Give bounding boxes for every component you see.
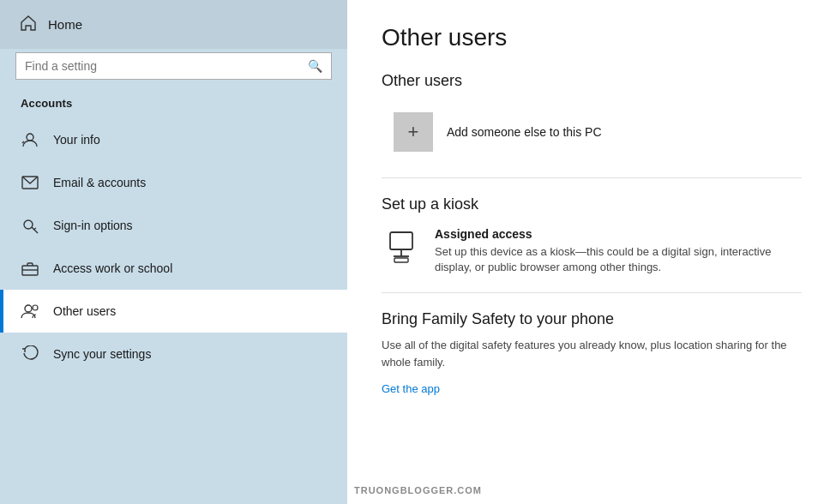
sidebar-section-title: Accounts [0, 92, 347, 118]
search-box[interactable]: 🔍 [15, 52, 332, 80]
sidebar-item-email-label: Email & accounts [53, 176, 146, 189]
main-content: Other users Other users + Add someone el… [347, 0, 836, 504]
add-user-plus-icon: + [394, 112, 433, 152]
svg-line-1 [22, 141, 24, 143]
kiosk-item-title: Assigned access [435, 227, 802, 241]
kiosk-item: Assigned access Set up this device as a … [382, 227, 802, 275]
sidebar: Home 🔍 Accounts Your info [0, 0, 347, 504]
sidebar-item-other-users[interactable]: Other users [0, 290, 347, 333]
svg-point-9 [33, 305, 38, 310]
add-user-button[interactable]: + Add someone else to this PC [382, 104, 614, 160]
add-user-label: Add someone else to this PC [447, 125, 602, 139]
sidebar-item-your-info-label: Your info [53, 133, 100, 147]
home-icon [21, 15, 36, 33]
svg-line-5 [33, 228, 36, 230]
page-title: Other users [382, 24, 802, 51]
sync-icon [21, 345, 39, 363]
sidebar-home-label: Home [48, 17, 82, 32]
svg-point-3 [24, 220, 33, 229]
svg-rect-13 [394, 258, 408, 262]
search-input[interactable] [25, 59, 301, 73]
family-section-title: Bring Family Safety to your phone [382, 310, 802, 328]
sidebar-item-email-accounts[interactable]: Email & accounts [0, 161, 347, 204]
kiosk-item-desc: Set up this device as a kiosk—this could… [435, 244, 802, 275]
svg-point-8 [25, 305, 32, 312]
kiosk-icon [382, 227, 421, 267]
briefcase-icon [21, 259, 39, 278]
get-app-link[interactable]: Get the app [382, 382, 440, 395]
sidebar-item-sync-label: Sync your settings [53, 347, 151, 361]
kiosk-text: Assigned access Set up this device as a … [435, 227, 802, 275]
people-icon [21, 302, 39, 321]
family-desc: Use all of the digital safety features y… [382, 337, 793, 370]
person-icon [21, 130, 39, 149]
sidebar-item-sign-in-label: Sign-in options [53, 219, 133, 232]
divider-1 [382, 177, 802, 178]
divider-2 [382, 292, 802, 293]
svg-line-4 [32, 227, 38, 233]
sidebar-item-access-work-label: Access work or school [53, 261, 172, 275]
sidebar-item-sync[interactable]: Sync your settings [0, 333, 347, 375]
email-icon [21, 173, 39, 192]
sidebar-item-home[interactable]: Home [0, 0, 347, 49]
sidebar-item-other-users-label: Other users [53, 304, 116, 318]
search-icon[interactable]: 🔍 [308, 59, 322, 73]
svg-point-0 [27, 134, 33, 141]
kiosk-section-title: Set up a kiosk [382, 195, 802, 213]
svg-rect-10 [390, 232, 412, 249]
key-icon [21, 216, 39, 235]
other-users-section-title: Other users [382, 72, 802, 90]
sidebar-item-access-work[interactable]: Access work or school [0, 247, 347, 290]
sidebar-item-your-info[interactable]: Your info [0, 118, 347, 161]
sidebar-item-sign-in[interactable]: Sign-in options [0, 204, 347, 247]
